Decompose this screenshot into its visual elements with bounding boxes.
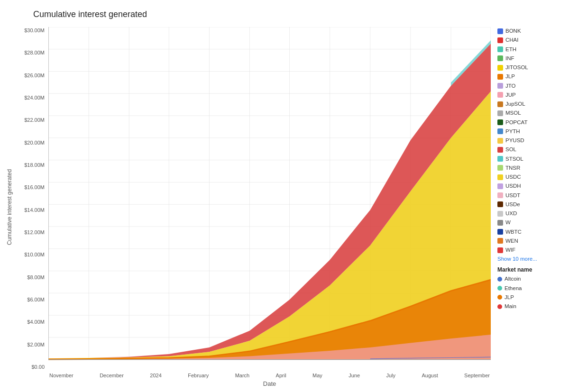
legend-label: CHAI [505,36,518,44]
legend-label: TNSR [505,164,520,172]
x-tick: May [312,373,322,378]
legend-label: POPCAT [505,119,527,127]
y-tick: $26.00M [16,73,48,78]
x-tick: March [235,373,250,378]
legend-market-swatch [497,295,502,300]
y-tick: $24.00M [16,95,48,100]
legend-label: ETH [505,46,516,54]
legend-item: UXD [497,210,564,218]
legend-swatch [497,55,503,61]
x-axis-label: Date [48,380,491,387]
x-tick: July [386,373,395,378]
legend-label: WIF [505,246,515,254]
legend-swatch [497,28,503,34]
legend: BONKCHAIETHINFJITOSOLJLPJTOJUPJupSOLMSOL… [491,27,564,387]
legend-market-swatch [497,304,502,309]
legend-item: TNSR [497,164,564,172]
legend-swatch [497,238,503,244]
legend-label: PYTH [505,128,520,136]
legend-show-more[interactable]: Show 10 more... [497,256,564,262]
y-tick: $22.00M [16,118,48,123]
legend-market-title: Market name [497,266,564,273]
chart-plot [48,27,491,371]
y-tick: $0.00 [16,365,48,370]
legend-item: JupSOL [497,100,564,108]
legend-swatch [497,156,503,162]
y-tick: $18.00M [16,163,48,168]
legend-item: WBTC [497,228,564,236]
y-tick: $14.00M [16,208,48,213]
y-tick: $30.00M [16,28,48,33]
legend-item: W [497,219,564,227]
x-axis: NovemberDecember2024FebruaryMarchAprilMa… [48,371,491,378]
legend-label: BONK [505,27,521,35]
y-tick: $28.00M [16,50,48,55]
y-tick: $8.00M [16,275,48,280]
legend-swatch [497,229,503,235]
y-tick: $10.00M [16,252,48,257]
legend-market-label: Altcoin [505,275,521,283]
legend-swatch [497,138,503,144]
legend-market-label: Main [505,302,516,310]
legend-swatch [497,147,503,153]
legend-item: JUP [497,91,564,99]
legend-item: SOL [497,146,564,154]
legend-swatch [497,37,503,43]
legend-label: UXD [505,210,517,218]
legend-label: W [505,219,511,227]
legend-label: USDH [505,182,521,190]
legend-market-swatch [497,277,502,282]
legend-label: SOL [505,146,516,154]
legend-market-item: Main [497,302,564,310]
legend-item: INF [497,55,564,63]
legend-swatch [497,74,503,80]
legend-swatch [497,128,503,134]
y-tick: $12.00M [16,230,48,235]
legend-market-item: Altcoin [497,275,564,283]
legend-swatch [497,46,503,52]
legend-market-label: JLP [505,293,514,301]
legend-label: USDC [505,173,521,181]
legend-item: MSOL [497,109,564,117]
y-tick: $2.00M [16,342,48,347]
legend-swatch [497,174,503,180]
legend-item: BONK [497,27,564,35]
x-tick: November [49,373,73,378]
x-tick: February [188,373,209,378]
legend-label: USDT [505,191,520,200]
y-axis-label: Cumulative interest generated [5,27,14,387]
legend-swatch [497,211,503,217]
legend-swatch [497,183,503,189]
legend-label: USDe [505,201,520,209]
y-axis-ticks: $0.00$2.00M$4.00M$6.00M$8.00M$10.00M$12.… [16,27,48,371]
legend-market-swatch [497,286,502,291]
legend-label: PYUSD [505,137,524,145]
legend-item: USDT [497,191,564,200]
legend-label: JUP [505,91,516,99]
legend-label: JLP [505,73,515,81]
legend-market-item: JLP [497,293,564,301]
legend-label: WBTC [505,228,522,236]
legend-item: ETH [497,46,564,54]
legend-label: JTO [505,82,516,90]
legend-item: USDe [497,201,564,209]
x-tick: June [349,373,360,378]
legend-label: STSOL [505,155,523,163]
legend-label: MSOL [505,109,521,117]
legend-item: PYUSD [497,137,564,145]
legend-market-label: Ethena [505,284,522,292]
x-tick: December [100,373,124,378]
legend-item: POPCAT [497,119,564,127]
legend-item: JITOSOL [497,64,564,72]
x-tick: 2024 [150,373,161,378]
legend-label: JupSOL [505,100,525,108]
x-tick: August [422,373,438,378]
legend-item: USDC [497,173,564,181]
legend-swatch [497,220,503,226]
legend-swatch [497,101,503,107]
legend-item: JTO [497,82,564,90]
x-tick: April [276,373,286,378]
legend-swatch [497,192,503,198]
y-tick: $6.00M [16,297,48,302]
legend-swatch [497,92,503,98]
